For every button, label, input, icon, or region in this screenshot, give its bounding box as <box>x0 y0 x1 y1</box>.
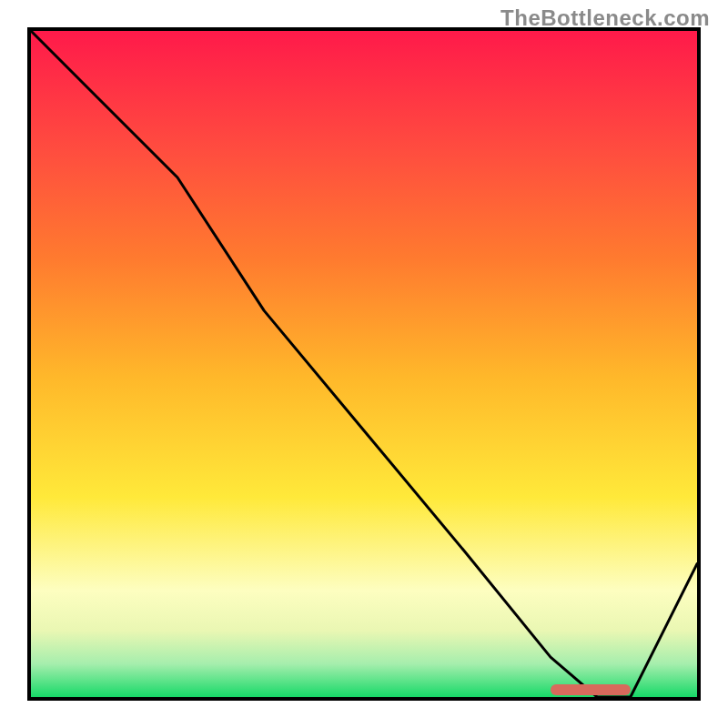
plot-frame <box>27 27 701 701</box>
bottleneck-curve <box>31 31 697 697</box>
sweet-spot-bar <box>551 684 631 695</box>
chart-canvas: TheBottleneck.com <box>0 0 728 728</box>
curve-svg <box>31 31 697 697</box>
